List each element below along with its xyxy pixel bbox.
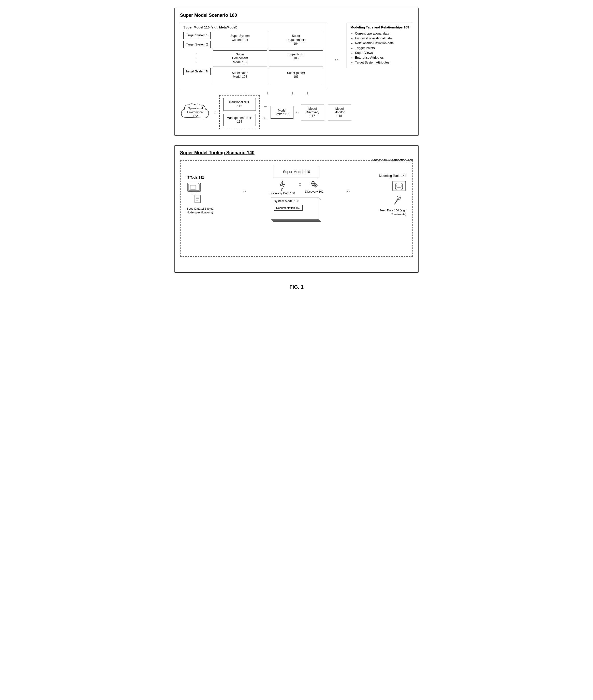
svg-point-16 xyxy=(315,185,316,186)
noc-broker-up-arrow: → xyxy=(261,104,270,109)
modeling-tools-label: Modeling Tools 144 xyxy=(379,174,406,178)
system-model-box: System Model 150 Documentation 152 xyxy=(271,197,319,220)
diagram1: Super Model Scenario 100 Super Model 110… xyxy=(174,8,419,136)
svg-marker-12 xyxy=(280,180,284,190)
target-sys-n: Target System N xyxy=(183,68,210,75)
tags-title: Modeling Tags and Relationships 108 xyxy=(350,26,409,30)
system-model-label: System Model 150 xyxy=(274,200,316,203)
svg-rect-19 xyxy=(311,183,312,184)
target-systems-col: Target System 1 Target System 2 ··· Targ… xyxy=(183,32,210,85)
d2-top-row: IT Tools 142 xyxy=(187,166,406,225)
super-component-model: SuperComponentModel 102 xyxy=(213,50,267,67)
super-model-center: Super Model 110 xyxy=(274,166,319,178)
tag-5: Super Views xyxy=(355,51,409,55)
mgmt-broker-arrow: ← xyxy=(261,115,270,121)
super-nfr: Super NFR105 xyxy=(269,50,323,67)
tags-box: Modeling Tags and Relationships 108 Curr… xyxy=(347,23,413,68)
dashed-enterprise-box: IT Tools 142 xyxy=(180,160,413,257)
svg-rect-24 xyxy=(317,185,318,186)
traditional-noc: Traditional NOC112 xyxy=(223,98,256,111)
modeling-tools-group: Modeling Tools 144 xyxy=(373,174,406,216)
operational-environment: OperationalEnvironment122 xyxy=(180,102,210,123)
broker-down-arrow: ↓ xyxy=(266,90,269,95)
discovery-down-arrow: ↓ xyxy=(291,90,294,95)
tag-3: Relationship Definition data xyxy=(355,41,409,45)
dots: ··· xyxy=(183,50,210,66)
cloud-text: OperationalEnvironment122 xyxy=(187,106,204,118)
cloud-noc-arrow: ↔ xyxy=(210,110,219,115)
svg-rect-5 xyxy=(190,185,196,189)
management-tools: Management Tools114 xyxy=(223,114,256,126)
gears-icon xyxy=(310,180,319,189)
svg-rect-23 xyxy=(314,185,314,186)
svg-rect-21 xyxy=(315,183,316,184)
seed-data-left: Seed Data 152 (e.g., Node specifications… xyxy=(187,207,220,214)
tag-2: Historical operational data xyxy=(355,37,409,40)
svg-point-14 xyxy=(312,183,314,184)
sm110-down-arrow: ↓ xyxy=(244,90,246,95)
tag-1: Current operational data xyxy=(355,32,409,35)
lightning-icon xyxy=(278,180,286,191)
tag-4: Trigger Points xyxy=(355,46,409,50)
sm-modeling-arrow: ↔ xyxy=(345,188,352,194)
svg-point-34 xyxy=(395,185,402,187)
model-discovery: ModelDiscovery117 xyxy=(301,104,324,121)
it-sm-arrow: ↔ xyxy=(241,188,248,194)
tags-list: Current operational data Historical oper… xyxy=(350,32,409,64)
it-tools-group: IT Tools 142 xyxy=(187,176,220,214)
super-other: Super (other)106 xyxy=(269,69,323,85)
model-broker: ModelBroker 116 xyxy=(271,106,293,119)
broker-discovery-arrow: ↔ xyxy=(293,110,301,115)
svg-point-37 xyxy=(398,197,399,199)
super-model-110-box: Super Model 110 (e.g., MetaModel) Target… xyxy=(180,23,326,89)
super-system-context: Super SystemContext 101 xyxy=(213,32,267,48)
super-requirements: SuperRequirements104 xyxy=(269,32,323,48)
seed-data-right: Seed Data 154 (e.g., Constraints) xyxy=(373,209,406,216)
it-tools-label: IT Tools 142 xyxy=(187,176,204,179)
super-node-model: Super NodeModel 103 xyxy=(213,69,267,85)
documentation-box: Documentation 152 xyxy=(274,205,303,211)
discovery-162-label: Discovery 162 xyxy=(305,190,323,193)
discovery-v-arrow: ↕ xyxy=(299,181,301,187)
tag-6: Enterprise Attributes xyxy=(355,56,409,59)
diagram1-title: Super Model Scenario 100 xyxy=(180,13,413,18)
fig-label: FIG. 1 xyxy=(289,284,304,290)
sm110-tags-arrow: ↔ xyxy=(332,57,341,62)
super-items-grid: Super SystemContext 101 SuperRequirement… xyxy=(213,32,323,85)
tag-7: Target System Attributes xyxy=(355,61,409,64)
computer-icon xyxy=(187,182,201,195)
modeling-tools-icon xyxy=(392,180,406,193)
wrench-icon xyxy=(393,195,401,206)
diagram2-title: Super Model Tooling Scenario 140 xyxy=(180,150,413,156)
documentation-label: Documentation 152 xyxy=(276,206,300,209)
svg-point-33 xyxy=(395,187,402,190)
diagram2: Super Model Tooling Scenario 140 Enterpr… xyxy=(174,145,419,273)
svg-rect-8 xyxy=(195,195,200,203)
model-monitor: ModelMonitor118 xyxy=(328,104,351,121)
target-sys-2: Target System 2 xyxy=(183,41,210,48)
paper-icon xyxy=(194,194,201,204)
svg-rect-17 xyxy=(312,181,314,182)
noc-mgmt-container: Traditional NOC112 Management Tools114 xyxy=(219,95,260,129)
monitor-down-arrow: ↓ xyxy=(307,90,309,95)
svg-rect-22 xyxy=(315,187,316,187)
discovery-data-label: Discovery Data 160 xyxy=(270,191,295,194)
target-sys-1: Target System 1 xyxy=(183,32,210,39)
sm110-title: Super Model 110 (e.g., MetaModel) xyxy=(183,26,323,29)
